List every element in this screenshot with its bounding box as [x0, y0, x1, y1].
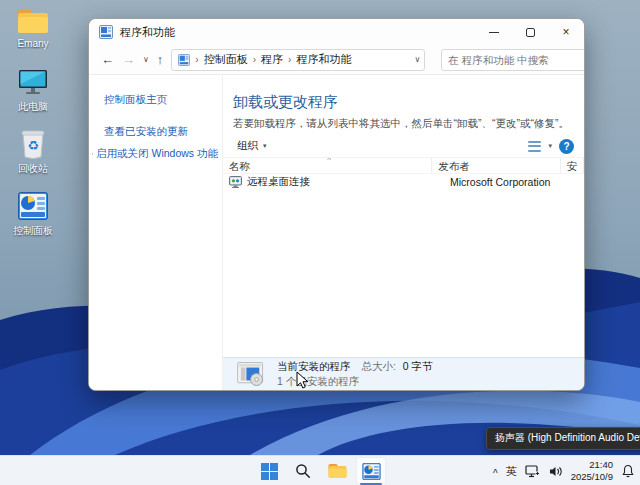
- folder-icon: [16, 4, 50, 36]
- desktop-icon-label: 此电脑: [18, 100, 48, 114]
- taskbar-clock[interactable]: 21:40 2025/10/9: [571, 459, 613, 483]
- status-size-value: 0 字节: [403, 360, 433, 372]
- windows-logo-icon: [261, 463, 278, 480]
- search-icon: [295, 463, 311, 479]
- ime-language-indicator[interactable]: 英: [506, 464, 517, 479]
- desktop-icon-list: Emany 此电脑 ♻ 回收站: [0, 4, 66, 252]
- program-row-remote-desktop[interactable]: 远程桌面连接 Microsoft Corporation: [223, 174, 584, 189]
- chevron-down-icon: ▾: [263, 142, 267, 150]
- taskbar-search-button[interactable]: [288, 457, 318, 485]
- sidebar-item-turn-windows-features-on-off[interactable]: 启用或关闭 Windows 功能: [89, 143, 222, 165]
- hidden-icons-chevron[interactable]: ^: [493, 468, 498, 479]
- address-bar[interactable]: › 控制面板 › 程序 › 程序和功能 ∨: [171, 49, 425, 71]
- volume-icon[interactable]: [548, 465, 563, 478]
- change-view-button[interactable]: [528, 141, 541, 152]
- column-header-installed-on[interactable]: 安装时间: [561, 158, 585, 173]
- taskbar: ^ 英 21:40 2025/10/9: [0, 455, 640, 485]
- notification-bell-icon[interactable]: [621, 464, 635, 478]
- navigation-bar: ← → ∨ ↑ › 控制面板 › 程序 › 程序和功能 ∨: [89, 45, 584, 75]
- programs-and-features-icon: [237, 362, 265, 386]
- file-explorer-icon: [328, 463, 347, 479]
- clock-date: 2025/10/9: [571, 471, 613, 483]
- clock-time: 21:40: [571, 459, 613, 471]
- command-toolbar: 组织 ▾ ▾ ?: [223, 135, 584, 158]
- control-panel-app-icon: [362, 463, 381, 480]
- back-button[interactable]: ←: [101, 52, 114, 67]
- breadcrumb-separator: ›: [253, 54, 256, 65]
- organize-button[interactable]: 组织 ▾: [231, 137, 273, 155]
- desktop-icon-label: Emany: [17, 38, 48, 49]
- close-button[interactable]: ×: [548, 19, 584, 45]
- desktop-icon-this-pc[interactable]: 此电脑: [0, 66, 66, 126]
- breadcrumb-separator: ›: [288, 54, 291, 65]
- desktop-icon-folder[interactable]: Emany: [0, 4, 66, 64]
- start-button[interactable]: [254, 457, 284, 485]
- status-selected-label: 当前安装的程序: [277, 360, 351, 372]
- column-header-name[interactable]: 名称 ^: [223, 158, 432, 173]
- view-dropdown-chevron-icon[interactable]: ▾: [548, 142, 552, 150]
- remote-desktop-icon: [229, 176, 242, 188]
- sidebar-item-control-panel-home[interactable]: 控制面板主页: [89, 89, 222, 111]
- help-button[interactable]: ?: [559, 139, 574, 154]
- volume-tooltip: 扬声器 (High Definition Audio Device): 67%: [486, 427, 640, 450]
- minimize-button[interactable]: [476, 19, 512, 45]
- sidebar-item-label: 启用或关闭 Windows 功能: [96, 147, 218, 161]
- program-name: 远程桌面连接: [247, 175, 310, 189]
- taskbar-file-explorer-button[interactable]: [322, 457, 352, 485]
- network-icon[interactable]: [525, 465, 540, 478]
- window-content: 控制面板主页 查看已安装的更新 启用或关闭 Windows 功能 卸载或更改程序…: [89, 75, 584, 390]
- taskbar-programs-and-features-button[interactable]: [356, 457, 386, 485]
- breadcrumb-control-panel[interactable]: 控制面板: [204, 52, 248, 67]
- maximize-button[interactable]: [512, 19, 548, 45]
- window-titlebar[interactable]: 程序和功能 ×: [89, 19, 584, 45]
- breadcrumb-programs-and-features[interactable]: 程序和功能: [296, 52, 351, 67]
- desktop: Emany 此电脑 ♻ 回收站: [0, 0, 640, 485]
- details-status-panel: 当前安装的程序 总大小: 0 字节 1 个已安装的程序: [223, 357, 584, 390]
- window-title: 程序和功能: [120, 25, 476, 40]
- breadcrumb-separator: ›: [195, 54, 198, 65]
- control-panel-icon: [16, 190, 50, 222]
- uac-shield-icon: [92, 148, 93, 160]
- svg-text:♻: ♻: [27, 138, 39, 153]
- sidebar-item-view-installed-updates[interactable]: 查看已安装的更新: [89, 121, 222, 143]
- address-dropdown-chevron-icon[interactable]: ∨: [415, 55, 421, 64]
- search-box[interactable]: [441, 49, 585, 71]
- recycle-bin-icon: ♻: [16, 128, 50, 160]
- search-icon: [583, 54, 585, 66]
- mouse-cursor: [296, 371, 309, 390]
- maximize-icon: [526, 28, 535, 37]
- sort-ascending-icon: ^: [327, 158, 331, 164]
- address-bar-app-icon: [178, 54, 190, 66]
- status-size-label: 总大小:: [361, 360, 395, 372]
- this-pc-icon: [16, 66, 50, 98]
- organize-label: 组织: [237, 139, 258, 153]
- desktop-icon-label: 回收站: [18, 162, 48, 176]
- task-sidebar: 控制面板主页 查看已安装的更新 启用或关闭 Windows 功能: [89, 75, 223, 390]
- desktop-icon-recycle-bin[interactable]: ♻ 回收站: [0, 128, 66, 188]
- recent-locations-chevron-icon[interactable]: ∨: [143, 55, 149, 64]
- instruction-text: 若要卸载程序，请从列表中将其选中，然后单击“卸载”、“更改”或“修复”。: [233, 117, 569, 131]
- up-button[interactable]: ↑: [157, 52, 164, 67]
- search-input[interactable]: [448, 54, 583, 66]
- column-header-row: 名称 ^ 发布者 安装时间: [223, 158, 584, 174]
- program-publisher: Microsoft Corporation: [444, 176, 579, 188]
- forward-button[interactable]: →: [122, 52, 135, 67]
- programs-and-features-window: 程序和功能 × ← → ∨ ↑ › 控制面板 › 程序 ›: [88, 18, 585, 391]
- breadcrumb-programs[interactable]: 程序: [261, 52, 283, 67]
- page-title: 卸载或更改程序: [233, 93, 338, 112]
- desktop-icon-control-panel[interactable]: 控制面板: [0, 190, 66, 250]
- app-icon: [99, 25, 113, 39]
- minimize-icon: [489, 32, 499, 33]
- desktop-icon-label: 控制面板: [13, 224, 53, 238]
- column-header-publisher[interactable]: 发布者: [432, 158, 560, 173]
- main-pane: 卸载或更改程序 若要卸载程序，请从列表中将其选中，然后单击“卸载”、“更改”或“…: [223, 75, 584, 390]
